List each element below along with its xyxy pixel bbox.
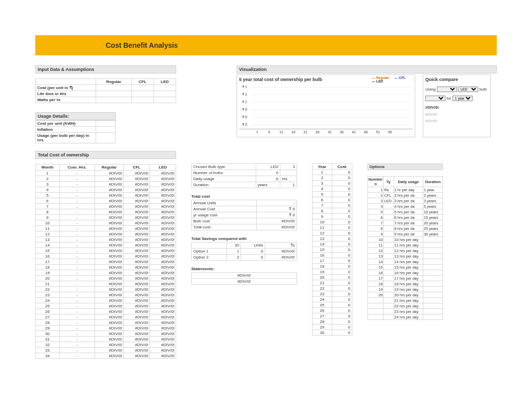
table-row: 1616 hrs per day (368, 270, 443, 276)
table-row: 260 (313, 308, 352, 313)
options-section: Options Number oTyDaily usageDuration1Re… (367, 163, 443, 320)
table-row: 100 (313, 219, 352, 225)
table-row: 240 (313, 297, 352, 302)
table-row: 90 (313, 214, 352, 219)
table-row: 1414 hrs per day (368, 259, 443, 265)
calc-section: Chosen Bulb typeLED3 Number of bulbs0 Da… (191, 163, 297, 290)
cell[interactable] (96, 85, 132, 91)
qc-error: #DIV/0! (425, 105, 488, 110)
qc-using-label: Using (425, 87, 435, 92)
table-row: 66 hrs per da15 years (368, 215, 443, 220)
table-row: 270 (313, 313, 352, 319)
table-row: 50 (313, 192, 352, 197)
legend-led: LED (371, 79, 383, 83)
cell[interactable] (96, 133, 116, 143)
table-row: 34-#DIV/0!#DIV/0!#DIV/0! (36, 353, 176, 359)
usage-header: Usage Details: (35, 112, 116, 120)
table-row: 28-#DIV/0!#DIV/0!#DIV/0! (36, 320, 176, 325)
table-row: 17-#DIV/0!#DIV/0!#DIV/0! (36, 259, 176, 265)
table-row: 3LED3 hrs per da3 years (368, 198, 443, 204)
table-row: 140 (313, 241, 352, 247)
cell[interactable] (154, 97, 176, 103)
table-row: 22-#DIV/0!#DIV/0!#DIV/0! (36, 287, 176, 292)
table-row: 21-#DIV/0!#DIV/0!#DIV/0! (36, 281, 176, 287)
table-row: Annual Cost₹ 0 (192, 206, 297, 212)
col-regular: Regular (96, 79, 132, 85)
cell[interactable] (154, 91, 176, 97)
cell[interactable] (96, 121, 116, 127)
tco-table: MonthCum. Hrs.RegularCFLLED1-#DIV/0!#DIV… (35, 164, 176, 359)
table-row: 44 hrs per da5 years (368, 204, 443, 209)
input-data-section: Input Data & Assumptions RegularCFLLED C… (35, 65, 176, 143)
cell[interactable] (96, 97, 132, 103)
chosen-table: Chosen Bulb typeLED3 Number of bulbs0 Da… (191, 163, 297, 188)
cell[interactable] (132, 85, 154, 91)
cell[interactable] (154, 85, 176, 91)
table-row: Life time in Hrs (36, 91, 176, 97)
table-row: 250 (313, 302, 352, 308)
cell[interactable] (132, 97, 154, 103)
viz-header: Visualization (237, 65, 497, 73)
qc-select-duration[interactable]: 1 year (452, 96, 473, 101)
statements-header: Statements: (191, 266, 297, 272)
table-row: 2-#DIV/0!#DIV/0!#DIV/0! (36, 176, 176, 182)
table-row: Option 220#DIV/0! (192, 255, 297, 261)
table-row: 110 (313, 225, 352, 230)
table-row: #DIV/0! (192, 279, 297, 285)
table-row: 25-#DIV/0!#DIV/0!#DIV/0! (36, 303, 176, 309)
table-row: 24 hrs per day (368, 314, 443, 320)
assumptions-table: RegularCFLLED Cost (per unit in ₹) Life … (35, 78, 176, 103)
cell[interactable] (132, 91, 154, 97)
cell[interactable] (96, 127, 116, 133)
table-row: #DIV/0! (192, 273, 297, 279)
options-header: Options (367, 163, 443, 170)
table-row: 150 (313, 247, 352, 253)
table-row: 15-#DIV/0!#DIV/0!#DIV/0! (36, 248, 176, 254)
table-row: Daily usage0hrs (192, 176, 297, 182)
table-row: 99 hrs per da30 years (368, 231, 443, 237)
table-row: 2020 hrs per day (368, 292, 443, 298)
savings-table: IDUnits₹s Option 110#DIV/0! Option 220#D… (191, 242, 297, 261)
legend-regular: Regular (371, 76, 389, 79)
table-row: Option 110#DIV/0! (192, 249, 297, 255)
table-row: 40 (313, 186, 352, 192)
qc-select-3[interactable] (425, 96, 445, 101)
table-row: Watts per hr (36, 97, 176, 103)
qc-select-1[interactable] (437, 87, 457, 92)
table-row: 23-#DIV/0!#DIV/0!#DIV/0! (36, 292, 176, 298)
table-row: 14-#DIV/0!#DIV/0!#DIV/0! (36, 242, 176, 248)
table-row: 1Re1 hr per day1 year (368, 187, 443, 193)
table-row: 280 (313, 319, 352, 324)
table-row: 180 (313, 264, 352, 269)
table-row: 88 hrs per da25 years (368, 226, 443, 231)
table-row: Chosen Bulb typeLED3 (192, 164, 297, 170)
table-row: 10 (313, 170, 352, 175)
table-row: 20 (313, 175, 352, 181)
yearcost-section: YearCost10203040506070809010011012013014… (312, 163, 352, 336)
table-row: 1-#DIV/0!#DIV/0!#DIV/0! (36, 171, 176, 176)
table-row: 220 (313, 286, 352, 291)
table-row: 120 (313, 230, 352, 236)
table-row: 32-#DIV/0!#DIV/0!#DIV/0! (36, 342, 176, 348)
table-row: Cost (per unit in ₹) (36, 85, 176, 91)
table-row: 2CFL2 hrs per da2 years (368, 193, 443, 198)
table-row: 130 (313, 236, 352, 241)
table-row: 3-#DIV/0!#DIV/0!#DIV/0! (36, 182, 176, 187)
totalcost-header: Total cost (191, 193, 297, 200)
table-row: 1111 hrs per day (368, 242, 443, 248)
table-row: 18-#DIV/0!#DIV/0!#DIV/0! (36, 265, 176, 270)
table-row: 230 (313, 291, 352, 297)
table-row: Cost per unit (KWH) (36, 121, 116, 127)
table-row: 300 (313, 330, 352, 336)
table-row: 24-#DIV/0!#DIV/0!#DIV/0! (36, 298, 176, 303)
table-row: Usage (per bulb per day) in hrs (36, 133, 116, 143)
table-row: Total cost:#DIV/0! (192, 224, 297, 230)
input-header: Input Data & Assumptions (35, 65, 176, 73)
qc-select-bulb-type[interactable]: LED (458, 87, 478, 92)
table-row: 4-#DIV/0!#DIV/0!#DIV/0! (36, 187, 176, 193)
table-row: 1212 hrs per day (368, 248, 443, 254)
table-row: 1818 hrs per day (368, 281, 443, 287)
table-row: yr usage cost₹ 0 (192, 212, 297, 218)
cell[interactable] (96, 91, 132, 97)
table-row: 190 (313, 269, 352, 275)
